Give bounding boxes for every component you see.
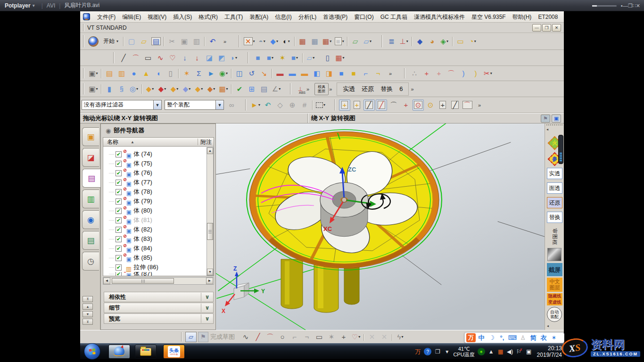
toolbar-grip[interactable]	[404, 68, 405, 79]
tree-item[interactable]: ┈┈✔拉伸 (86)	[103, 263, 214, 272]
curve-analysis-icon[interactable]: ∴	[409, 68, 420, 79]
measure-distance-icon[interactable]: ▭	[455, 36, 466, 47]
tray-caret-icon[interactable]: ▾	[444, 348, 450, 355]
menu-item-5[interactable]: 工具(T)	[221, 12, 246, 22]
visualize-icon[interactable]: ◈▾	[439, 36, 450, 47]
extend-sheet-icon[interactable]: ◩	[216, 52, 227, 64]
viewport-canvas[interactable]: ZC XC	[216, 123, 545, 330]
chevron-down-icon[interactable]: ∨	[201, 304, 213, 312]
resource-tab-reuse-library[interactable]: ▥	[82, 189, 99, 208]
menu-item-3[interactable]: 插入(S)	[170, 12, 195, 22]
gc-button-中文图层[interactable]: 中文图层	[547, 278, 562, 292]
feature-box-2-icon[interactable]: ▥	[116, 68, 127, 79]
gc-tool-4-icon[interactable]: ◆▾	[181, 83, 192, 95]
selection-scope-combo[interactable]: 整个装配 ▼	[165, 100, 224, 110]
select-point-icon[interactable]: ►▾	[250, 99, 261, 111]
gc-tool-3-icon[interactable]: ◆▾	[169, 83, 180, 95]
display-group-item-2[interactable]: 替换	[380, 85, 393, 93]
sphere-icon[interactable]: ●	[128, 68, 140, 79]
marquee-select-icon[interactable]: ▾	[315, 99, 326, 111]
sketch-fillet-2-icon[interactable]: ¬	[301, 331, 313, 343]
cube-ghost-icon[interactable]: ◇	[274, 99, 286, 111]
menu-item-14[interactable]: 帮助(H)	[509, 12, 535, 22]
menu-item-9[interactable]: 首选项(P)	[320, 12, 351, 22]
toolbar-grip[interactable]	[239, 35, 240, 47]
wireframe-2-icon[interactable]: ▦	[309, 36, 321, 47]
edit-object-display-icon[interactable]: ◆	[414, 36, 426, 47]
gc-button-截屏[interactable]: 截屏	[547, 263, 562, 276]
resource-tab-internet-explorer[interactable]: ◉	[82, 210, 99, 229]
bend-blue-icon[interactable]: ⌐	[360, 68, 372, 79]
block-orange-icon[interactable]: ◨	[323, 68, 335, 79]
mdi-control-2[interactable]: ✕	[552, 24, 561, 32]
collapse-arrow-icon[interactable]: ◂	[547, 324, 549, 328]
node-display-icon[interactable]: ◉▾	[218, 68, 229, 79]
toolbar-grip[interactable]	[113, 52, 115, 63]
menu-item-15[interactable]: ET2008	[535, 12, 561, 22]
toolbar-grip[interactable]	[83, 35, 84, 47]
snap-mid-icon[interactable]: +	[339, 99, 350, 111]
tree-item[interactable]: ┈┈✔体 (84)	[103, 244, 214, 253]
display-group-item-0[interactable]: 实透	[343, 85, 355, 93]
cube-gold-icon[interactable]: ■	[348, 68, 359, 79]
feature-box-1-icon[interactable]: ▤	[104, 68, 115, 79]
gc-button-自动装配[interactable]: 自动装配	[547, 307, 562, 322]
sort-ascending-icon[interactable]: ▲	[131, 140, 134, 144]
toolbar-grip[interactable]	[248, 52, 249, 63]
scroll-right-icon[interactable]: ►	[206, 278, 213, 284]
player-control-3[interactable]: ∷	[633, 3, 636, 8]
tree-item[interactable]: ┈┈✔体 (81)	[103, 215, 214, 225]
cube-blue-icon[interactable]: ■	[336, 68, 347, 79]
swept-icon[interactable]: ✶	[277, 52, 288, 64]
datum-plane-icon[interactable]: ▱▾	[305, 52, 316, 64]
orient-view-icon[interactable]: ◓▾	[256, 36, 268, 47]
toolbar-grip[interactable]	[290, 83, 291, 94]
resource-nav-1[interactable]: ▲	[83, 304, 93, 310]
potplayer-menu[interactable]: Potplayer	[5, 2, 31, 9]
sketch-polygon-icon[interactable]: ✶	[326, 331, 337, 343]
profile-icon[interactable]: ♡	[167, 52, 178, 64]
project-curve-icon[interactable]: ↓	[179, 52, 190, 64]
visibility-checkbox[interactable]: ✔	[116, 236, 122, 242]
resource-nav-2[interactable]: ▼	[83, 311, 93, 317]
visibility-checkbox[interactable]: ✔	[116, 246, 122, 252]
menu-item-10[interactable]: 窗口(O)	[351, 12, 377, 22]
display-group-item-1[interactable]: 还原	[362, 85, 374, 93]
ring-tool-icon[interactable]: ◎▾	[128, 83, 140, 95]
tree-item[interactable]: ┈┈✔体 (85)	[103, 253, 214, 263]
expression-icon[interactable]: Σ	[193, 68, 205, 79]
mdi-control-1[interactable]: ❐	[542, 24, 551, 32]
toolbar-grip[interactable]	[83, 68, 84, 79]
full-half-moon-icon[interactable]: ☽	[487, 333, 496, 342]
fan-speed-icon[interactable]: ✶	[478, 348, 485, 355]
gc-tool-6-icon[interactable]: ◆▾	[206, 83, 217, 95]
player-control-2[interactable]: ❐	[628, 3, 633, 8]
column-note[interactable]: 附注	[200, 138, 212, 146]
player-control-4[interactable]: ✕	[636, 3, 640, 8]
menu-item-0[interactable]: 文件(F)	[94, 12, 119, 22]
simplified-icon[interactable]: 简	[528, 333, 538, 342]
snap-slash-icon[interactable]: ╱	[449, 99, 461, 111]
line-icon[interactable]: ╱	[118, 52, 129, 64]
plane-display-icon[interactable]: ▱▾	[362, 36, 373, 47]
sketch-rect-icon[interactable]: ▭	[314, 331, 325, 343]
pad-blue-icon[interactable]: ▬	[287, 68, 298, 79]
scroll-up-icon[interactable]: ▲	[207, 148, 213, 154]
cpu-temp-readout[interactable]: 41℃ CPU温度	[453, 346, 474, 357]
grip-tool-icon[interactable]: #	[299, 99, 310, 111]
snap-point-on-line-icon[interactable]: ╱	[376, 99, 387, 111]
horizontal-scrollbar[interactable]: ◄ ►	[103, 277, 214, 285]
snap-plus-icon[interactable]: +	[437, 99, 448, 111]
mdi-control-0[interactable]: —	[532, 24, 541, 32]
hole-icon[interactable]: ■▾	[289, 52, 300, 64]
sketch-line-icon[interactable]: ╱	[252, 331, 264, 343]
arc-red-icon[interactable]: ⌒	[446, 68, 457, 79]
gc-button-还原[interactable]: 还原	[547, 197, 562, 208]
toolbar-grip[interactable]	[181, 332, 182, 341]
mesh-surface-icon[interactable]: ▦▾	[334, 52, 346, 64]
sketch-fillet-1-icon[interactable]: ⌐	[289, 331, 300, 343]
gc-button-隐藏线变虚线[interactable]: 隐藏线变虚线	[547, 293, 562, 305]
verify-icon[interactable]: ✔	[234, 83, 245, 95]
kc-tool-icon[interactable]: ∠▾	[271, 83, 282, 95]
nx-app-icon[interactable]	[83, 13, 90, 20]
